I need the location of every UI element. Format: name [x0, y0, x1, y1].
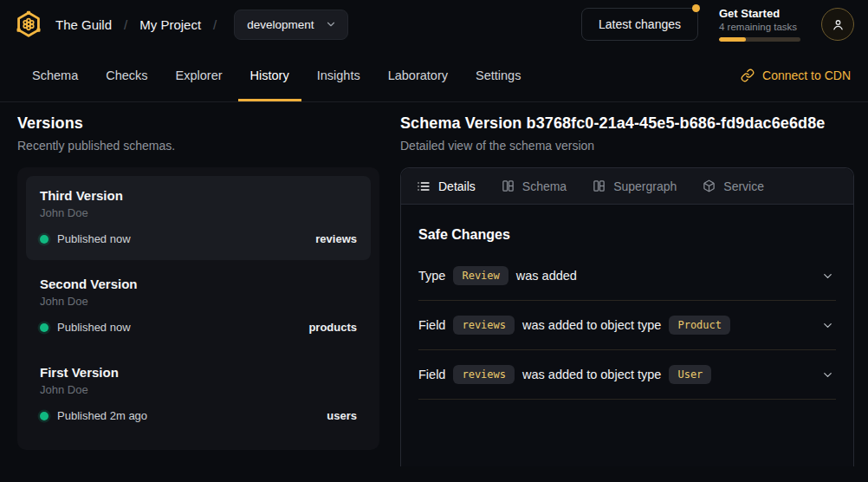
main-content: Versions Recently published schemas. Thi… — [0, 102, 868, 466]
app-root: The Guild / My Project / development Lat… — [0, 0, 868, 466]
versions-subtitle: Recently published schemas. — [17, 139, 379, 153]
change-row-type-review[interactable]: Type Review was added — [418, 251, 836, 301]
get-started-widget[interactable]: Get Started 4 remaining tasks — [719, 7, 800, 42]
detail-tab-label: Service — [723, 179, 764, 193]
connect-cdn-link[interactable]: Connect to CDN — [741, 68, 851, 82]
detail-tab-label: Supergraph — [613, 179, 677, 193]
detail-tab-service[interactable]: Service — [703, 179, 764, 193]
change-badge: User — [669, 365, 711, 384]
version-name: First Version — [40, 365, 357, 380]
versions-panel: Versions Recently published schemas. Thi… — [0, 102, 400, 466]
hive-logo-icon[interactable] — [14, 10, 43, 39]
breadcrumb-org[interactable]: The Guild — [55, 17, 112, 32]
notification-dot — [692, 4, 700, 12]
latest-changes-button[interactable]: Latest changes — [581, 8, 698, 41]
detail-tab-label: Schema — [522, 179, 567, 193]
tab-explorer[interactable]: Explorer — [164, 49, 235, 101]
version-status: Published now — [57, 321, 131, 334]
version-author: John Doe — [40, 383, 357, 396]
tab-settings[interactable]: Settings — [463, 49, 533, 101]
target-select[interactable]: development — [234, 10, 347, 40]
change-badge: Product — [669, 316, 730, 335]
tab-laboratory[interactable]: Laboratory — [376, 49, 460, 101]
published-status-dot — [40, 235, 49, 244]
change-row-field-product[interactable]: Field reviews was added to object type P… — [418, 301, 836, 350]
expand-chevron-icon[interactable] — [819, 317, 836, 334]
change-prefix: Field — [418, 318, 445, 332]
detail-tab-label: Details — [438, 179, 476, 193]
change-badge: reviews — [453, 365, 515, 384]
versions-title: Versions — [17, 114, 379, 133]
version-status: Published now — [57, 232, 131, 245]
breadcrumb-separator: / — [124, 17, 127, 32]
user-icon — [831, 17, 845, 32]
target-select-value: development — [247, 18, 314, 31]
change-badge: Review — [453, 266, 508, 285]
change-description: was added to object type — [522, 368, 661, 381]
get-started-title: Get Started — [719, 7, 800, 20]
version-list-item-second[interactable]: Second Version John Doe Published now pr… — [26, 264, 371, 348]
user-avatar-button[interactable] — [821, 8, 854, 41]
change-prefix: Field — [418, 368, 445, 381]
expand-chevron-icon[interactable] — [819, 367, 836, 383]
columns-icon — [593, 179, 606, 192]
get-started-progress-bar — [719, 37, 800, 42]
breadcrumb-project[interactable]: My Project — [139, 17, 201, 32]
schema-version-title: Schema Version b3768fc0-21a4-45e5-b686-f… — [400, 114, 854, 133]
nav-tabs: Schema Checks Explorer History Insights … — [18, 49, 534, 101]
detail-tab-details[interactable]: Details — [417, 179, 476, 193]
version-list-item-first[interactable]: First Version John Doe Published 2m ago … — [26, 353, 371, 437]
versions-list: Third Version John Doe Published now rev… — [17, 167, 379, 450]
change-description: was added — [516, 269, 577, 283]
get-started-progress-fill — [719, 37, 746, 42]
cube-icon — [703, 179, 716, 192]
version-service-name: reviews — [315, 232, 357, 245]
version-name: Second Version — [40, 277, 357, 291]
breadcrumb: The Guild / My Project / development — [14, 10, 348, 40]
version-name: Third Version — [40, 188, 357, 203]
primary-nav: Schema Checks Explorer History Insights … — [0, 49, 868, 102]
chevron-down-icon — [325, 18, 337, 30]
tab-insights[interactable]: Insights — [305, 49, 372, 101]
expand-chevron-icon[interactable] — [819, 268, 836, 284]
detail-tab-supergraph[interactable]: Supergraph — [593, 179, 677, 193]
link-icon — [741, 68, 755, 82]
change-description: was added to object type — [522, 318, 661, 332]
schema-version-panel: Schema Version b3768fc0-21a4-45e5-b686-f… — [400, 102, 868, 466]
get-started-subtitle: 4 remaining tasks — [719, 22, 800, 32]
tab-schema[interactable]: Schema — [20, 49, 90, 101]
connect-cdn-label: Connect to CDN — [762, 68, 851, 82]
change-row-field-user[interactable]: Field reviews was added to object type U… — [418, 350, 836, 400]
latest-changes-wrap: Latest changes — [581, 8, 698, 41]
tab-history[interactable]: History — [238, 49, 301, 101]
columns-icon — [502, 179, 515, 192]
version-author: John Doe — [40, 295, 357, 308]
list-icon — [417, 179, 431, 193]
breadcrumb-separator: / — [213, 17, 217, 32]
version-status: Published 2m ago — [57, 409, 147, 422]
version-service-name: users — [327, 409, 357, 422]
safe-changes-section: Safe Changes Type Review was added Field… — [401, 205, 853, 400]
safe-changes-title: Safe Changes — [418, 227, 836, 243]
top-bar-actions: Latest changes Get Started 4 remaining t… — [581, 7, 854, 42]
detail-tabs: Details Schema — [401, 168, 853, 205]
tab-checks[interactable]: Checks — [94, 49, 159, 101]
detail-tab-schema[interactable]: Schema — [502, 179, 567, 193]
published-status-dot — [40, 323, 49, 332]
version-author: John Doe — [40, 206, 357, 219]
top-bar: The Guild / My Project / development Lat… — [0, 0, 868, 49]
schema-version-subtitle: Detailed view of the schema version — [400, 139, 854, 153]
schema-version-card: Details Schema — [400, 167, 854, 466]
version-list-item-third[interactable]: Third Version John Doe Published now rev… — [26, 176, 371, 260]
change-badge: reviews — [453, 316, 515, 335]
version-service-name: products — [308, 321, 357, 334]
published-status-dot — [40, 412, 49, 420]
change-prefix: Type — [418, 269, 445, 283]
